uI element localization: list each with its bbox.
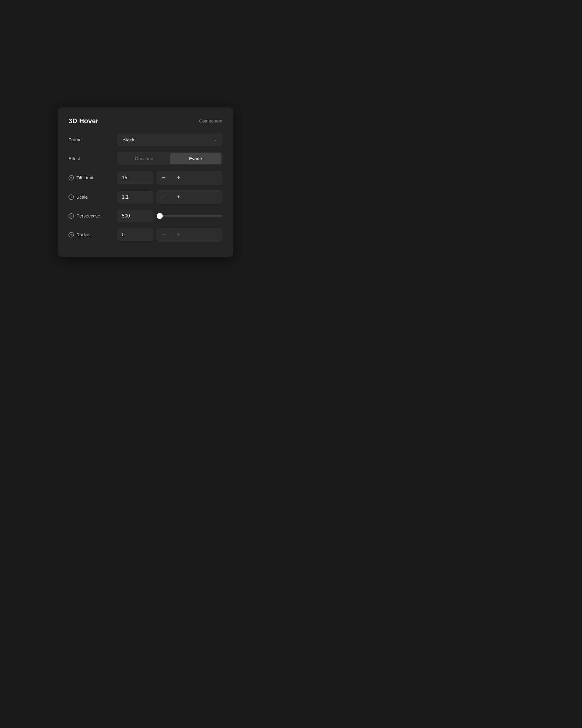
tilt-limit-expand-icon[interactable]	[68, 175, 74, 181]
tilt-limit-increment-button[interactable]: +	[171, 171, 186, 185]
perspective-expand-icon[interactable]	[68, 213, 74, 219]
scale-row: Scale − +	[68, 190, 222, 204]
tilt-limit-input[interactable]	[117, 172, 154, 184]
panel-header: 3D Hover Component	[68, 117, 222, 125]
tilt-limit-controls: − +	[117, 171, 222, 185]
frame-controls: Stack ⌄	[117, 133, 222, 146]
tilt-limit-label: Tilt Limit	[68, 175, 117, 181]
radius-increment-button[interactable]: +	[171, 228, 186, 242]
scale-controls: − +	[117, 190, 222, 204]
frame-dropdown-value: Stack	[122, 137, 135, 142]
tilt-limit-stepper: − +	[157, 171, 222, 185]
radius-label: Radius	[68, 232, 117, 237]
frame-label: Frame	[68, 137, 117, 142]
tilt-limit-row: Tilt Limit − +	[68, 171, 222, 185]
radius-controls: − +	[117, 228, 222, 242]
scale-increment-button[interactable]: +	[171, 190, 186, 204]
perspective-slider-thumb[interactable]	[157, 213, 163, 219]
scale-decrement-button[interactable]: −	[157, 190, 171, 204]
radius-stepper: − +	[157, 228, 222, 242]
panel-subtitle: Component	[199, 118, 222, 124]
effect-gravitate-button[interactable]: Gravitate	[118, 153, 170, 164]
effect-toggle-group: Gravitate Evade	[117, 152, 222, 165]
frame-dropdown[interactable]: Stack ⌄	[117, 133, 222, 146]
scale-input[interactable]	[117, 191, 154, 204]
chevron-down-icon: ⌄	[214, 137, 217, 142]
perspective-slider-container	[157, 215, 222, 216]
radius-decrement-button[interactable]: −	[157, 228, 171, 242]
frame-row: Frame Stack ⌄	[68, 133, 222, 146]
scale-label: Scale	[68, 194, 117, 200]
perspective-slider-track[interactable]	[157, 215, 222, 216]
perspective-input[interactable]	[117, 210, 154, 222]
settings-panel: 3D Hover Component Frame Stack ⌄ Effect …	[58, 107, 233, 257]
scale-expand-icon[interactable]	[68, 194, 74, 200]
radius-expand-icon[interactable]	[68, 232, 74, 237]
tilt-limit-decrement-button[interactable]: −	[157, 171, 171, 185]
panel-title: 3D Hover	[68, 117, 99, 125]
scale-stepper: − +	[157, 190, 222, 204]
radius-row: Radius − +	[68, 228, 222, 242]
perspective-label: Perspective	[68, 213, 117, 219]
perspective-row: Perspective	[68, 210, 222, 222]
perspective-controls	[117, 210, 222, 222]
radius-input[interactable]	[117, 228, 154, 241]
effect-row: Effect Gravitate Evade	[68, 152, 222, 165]
effect-label: Effect	[68, 156, 117, 161]
effect-evade-button[interactable]: Evade	[170, 153, 221, 164]
effect-controls: Gravitate Evade	[117, 152, 222, 165]
